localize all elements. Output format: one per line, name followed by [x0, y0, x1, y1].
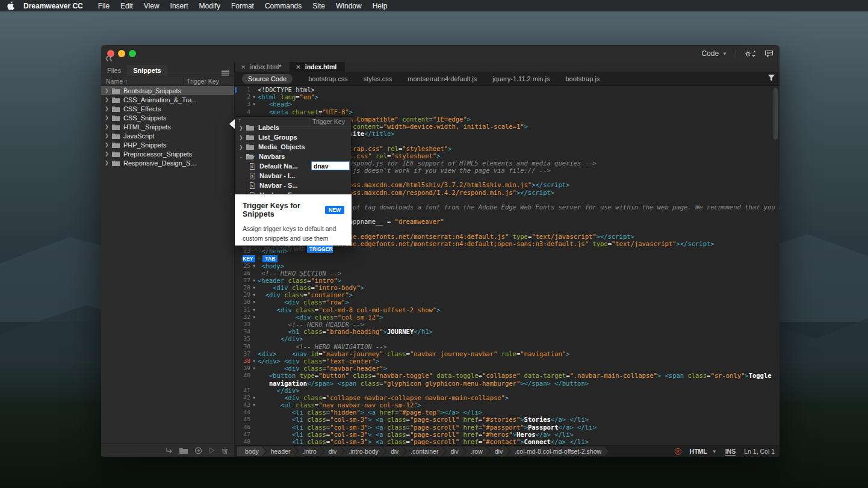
- code-fold-icon[interactable]: ▼: [250, 394, 258, 401]
- tag-selector-item[interactable]: div: [442, 446, 465, 456]
- code-line[interactable]: navigation</span> <span class="glyphicon…: [235, 380, 780, 387]
- tag-selector-item[interactable]: header: [263, 446, 298, 456]
- related-file-styles-css[interactable]: styles.css: [364, 75, 392, 82]
- minimize-button[interactable]: [118, 50, 125, 57]
- trigger-key-column-header[interactable]: Trigger Key: [187, 78, 219, 85]
- related-file-montserrat-n4-default-js[interactable]: montserrat:n4:default.js: [408, 75, 477, 82]
- code-line[interactable]: 37<div> <nav id="navbar-journey" class="…: [235, 350, 780, 357]
- code-fold-icon[interactable]: ▼: [250, 365, 258, 372]
- code-fold-icon[interactable]: ▼: [250, 306, 258, 313]
- code-line[interactable]: 2▼<html lang="en">: [235, 93, 780, 100]
- popup-folder-row[interactable]: ❯List_Groups: [235, 132, 351, 142]
- related-file-jquery-1-11-2-min-js[interactable]: jquery-1.11.2.min.js: [492, 75, 550, 82]
- comment-bubble-icon[interactable]: [764, 50, 773, 58]
- chevron-right-icon[interactable]: ❯: [105, 151, 112, 156]
- name-column-header[interactable]: Name ↑: [106, 78, 128, 85]
- close-tab-icon[interactable]: ✕: [241, 64, 246, 70]
- tag-selector-item[interactable]: .row: [463, 446, 490, 456]
- snippet-folder-row[interactable]: ❯CSS_Animation_&_Tra...: [101, 95, 234, 104]
- popup-snippet-row[interactable]: sNavbar - I...: [235, 171, 351, 181]
- tag-selector-item[interactable]: div: [321, 446, 344, 456]
- chevron-right-icon[interactable]: ❯: [105, 97, 112, 102]
- code-line[interactable]: 34 <h1 class="brand-heading">JOURNEY</h1…: [235, 328, 780, 335]
- code-line[interactable]: 25▼ <body>: [235, 262, 780, 270]
- panel-tab-snippets[interactable]: Snippets: [127, 65, 167, 76]
- popup-folder-row[interactable]: ❯Media_Objects: [235, 142, 351, 152]
- close-tab-icon[interactable]: ✕: [296, 64, 300, 70]
- new-snippet-icon[interactable]: [194, 447, 202, 454]
- menubar-item-commands[interactable]: Commands: [265, 2, 302, 10]
- edit-snippet-icon[interactable]: [209, 447, 215, 454]
- menubar-item-window[interactable]: Window: [336, 2, 362, 10]
- panel-tab-files[interactable]: Files: [101, 65, 127, 76]
- new-folder-icon[interactable]: [179, 447, 188, 454]
- code-line[interactable]: 29▼ <div class="container">: [235, 291, 780, 298]
- code-line[interactable]: 35 </div>: [235, 335, 780, 342]
- chevron-right-icon[interactable]: ❯: [105, 106, 112, 111]
- tag-selector-item[interactable]: .intro-body: [341, 446, 386, 456]
- code-line[interactable]: 46 <li class="col-sm-3"> <a class="page-…: [235, 424, 780, 431]
- trigger-key-input[interactable]: [311, 161, 350, 170]
- chevron-right-icon[interactable]: ❯: [105, 133, 112, 138]
- code-line[interactable]: 36 <!-- HERO NAVIGATION -->: [235, 343, 780, 350]
- code-fold-icon[interactable]: ▼: [250, 313, 258, 321]
- code-fold-icon[interactable]: ▼: [250, 291, 258, 298]
- code-fold-icon[interactable]: ▼: [250, 401, 258, 409]
- snippet-folder-row[interactable]: ❯CSS_Snippets: [101, 113, 234, 122]
- tag-selector-item[interactable]: div: [487, 446, 510, 456]
- popup-folder-row[interactable]: ❯Labels: [235, 123, 351, 132]
- code-line[interactable]: 45 <li class="col-sm-3"> <a class="page-…: [235, 416, 780, 423]
- panel-collapse-icon[interactable]: ❮❮: [105, 55, 113, 61]
- app-menu-title[interactable]: Dreamweaver CC: [23, 2, 83, 10]
- menubar-item-file[interactable]: File: [98, 2, 110, 10]
- tag-selector-item[interactable]: body: [237, 446, 266, 456]
- code-fold-icon[interactable]: ▼: [250, 100, 258, 108]
- chevron-right-icon[interactable]: ❯: [105, 160, 112, 165]
- scrollbar-thumb[interactable]: [773, 88, 778, 140]
- code-line[interactable]: 48 <li class="col-sm-3"> <a class="page-…: [235, 438, 780, 445]
- snippet-folder-row[interactable]: ❯HTML_Snippets: [101, 122, 234, 131]
- code-line[interactable]: 32▼ <div class="col-sm-12">: [235, 313, 780, 321]
- menubar-item-help[interactable]: Help: [373, 2, 388, 10]
- code-fold-icon[interactable]: ▼: [250, 357, 258, 365]
- code-line[interactable]: 33 <!-- HERO HEADER -->: [235, 321, 780, 328]
- code-fold-icon[interactable]: ▼: [250, 262, 258, 270]
- snippet-folder-row[interactable]: ❯JavaScript: [101, 131, 234, 140]
- code-fold-icon[interactable]: ▼: [250, 284, 258, 291]
- menubar-item-edit[interactable]: Edit: [120, 2, 133, 10]
- code-line[interactable]: 31▼ <div class="col-md-8 col-md-offset-2…: [235, 306, 780, 313]
- menubar-item-site[interactable]: Site: [312, 2, 325, 10]
- insert-mode-indicator[interactable]: INS: [725, 448, 736, 456]
- delete-snippet-icon[interactable]: [222, 447, 228, 454]
- code-line[interactable]: 3▼ <head>: [235, 100, 780, 108]
- code-line[interactable]: 47 <li class="col-sm-3"> <a class="page-…: [235, 431, 780, 438]
- code-line[interactable]: 26 <!-- HERO SECTION -->: [235, 270, 780, 277]
- menubar-item-view[interactable]: View: [144, 2, 160, 10]
- code-line[interactable]: 1<!DOCTYPE html>: [235, 86, 780, 93]
- code-line[interactable]: 27▼<header class="intro">: [235, 277, 780, 284]
- menubar-item-modify[interactable]: Modify: [199, 2, 220, 10]
- chevron-right-icon[interactable]: ❯: [105, 124, 112, 129]
- code-line[interactable]: 44 <li class="hidden"> <a href="#page-to…: [235, 409, 780, 416]
- snippet-folder-row[interactable]: ❯CSS_Effects: [101, 104, 234, 113]
- code-line[interactable]: 30▼ <div class="row">: [235, 298, 780, 306]
- chevron-right-icon[interactable]: ❯: [239, 125, 246, 131]
- snippet-folder-row[interactable]: ❯PHP_Snippets: [101, 140, 234, 149]
- snippet-folder-row[interactable]: ❯Bootstrap_Snippets: [101, 86, 234, 95]
- document-tab[interactable]: ✕index.html*: [235, 62, 290, 72]
- code-line[interactable]: 39▼ <div class="navbar-header">: [235, 365, 780, 372]
- related-file-bootstrap-css[interactable]: bootstrap.css: [308, 75, 347, 82]
- editor-scrollbar[interactable]: [773, 88, 779, 444]
- related-file-source-code[interactable]: Source Code: [242, 74, 293, 84]
- code-line[interactable]: 43▼ <ul class="nav navbar-nav col-sm-12"…: [235, 401, 780, 409]
- apple-menu-icon[interactable]: [7, 1, 15, 10]
- code-line[interactable]: 41 </div>: [235, 387, 780, 394]
- window-titlebar[interactable]: Code ▼: [101, 45, 780, 62]
- related-file-bootstrap-js[interactable]: bootstrap.js: [565, 75, 600, 82]
- menubar-item-insert[interactable]: Insert: [170, 2, 188, 10]
- popup-snippet-row[interactable]: sNavbar - F...: [235, 190, 351, 194]
- code-line[interactable]: 28▼ <div class="intro-body">: [235, 284, 780, 291]
- sync-settings-icon[interactable]: [745, 50, 756, 58]
- tag-selector-item[interactable]: .container: [403, 446, 445, 456]
- insert-snippet-icon[interactable]: [166, 447, 173, 454]
